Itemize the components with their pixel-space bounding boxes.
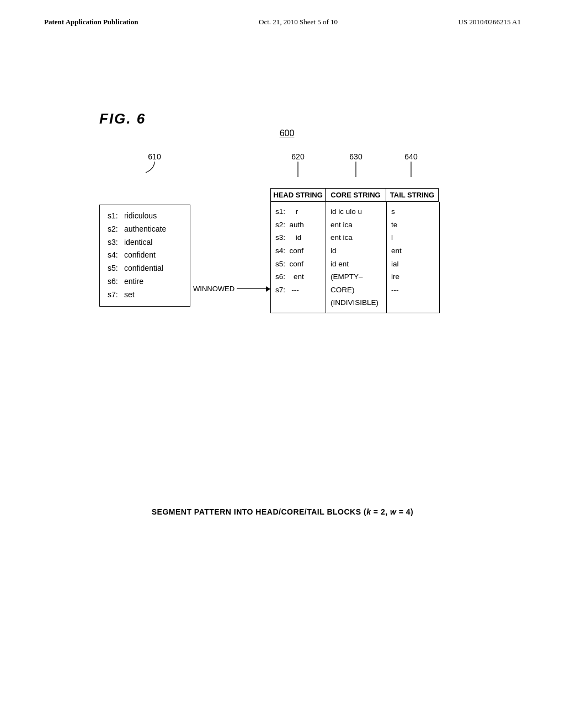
- arrow-horizontal: [237, 288, 270, 290]
- tail-row-2: te: [391, 218, 435, 232]
- fig-title: FIG. 6: [99, 110, 475, 127]
- head-row-2: s2: auth: [275, 218, 321, 232]
- winnowed-label: WINNOWED: [193, 285, 234, 293]
- data-col-tail: s te l ent ial ire ---: [387, 202, 439, 313]
- string-value: confidential: [124, 262, 163, 275]
- data-table: s1: r s2: auth s3: id s4: conf s5: conf …: [270, 202, 440, 313]
- string-row-s1: s1: ridiculous: [108, 210, 182, 223]
- caption-k: k: [366, 507, 371, 516]
- head-row-5: s5: conf: [275, 258, 321, 271]
- tail-row-7: ---: [391, 283, 435, 297]
- core-row-7: (INDIVISIBLE): [331, 296, 382, 309]
- winnowed-area: WINNOWED: [193, 285, 270, 293]
- core-row-1: id ic ulo u: [331, 205, 382, 218]
- tail-row-1: s: [391, 205, 435, 218]
- string-value: authenticate: [124, 223, 166, 236]
- string-value: ridiculous: [124, 210, 157, 223]
- data-col-core: id ic ulo u ent ica ent ica id id ent (E…: [326, 202, 387, 313]
- svg-text:630: 630: [349, 152, 363, 161]
- string-label: s3:: [108, 236, 124, 249]
- core-row-2: ent ica: [331, 218, 382, 232]
- head-row-7: s7: ---: [275, 283, 321, 297]
- string-label: s4:: [108, 249, 124, 262]
- tail-row-6: ire: [391, 270, 435, 283]
- tail-row-4: ent: [391, 244, 435, 258]
- fig-number: 600: [99, 129, 475, 138]
- tail-row-5: ial: [391, 258, 435, 271]
- string-label: s6:: [108, 275, 124, 288]
- table-headers-row: HEAD STRING CORE STRING TAIL STRING: [270, 188, 440, 202]
- core-row-4: id: [331, 244, 382, 258]
- string-value: entire: [124, 275, 143, 288]
- string-row-s4: s4: confident: [108, 249, 182, 262]
- string-label: s5:: [108, 262, 124, 275]
- core-row-5: id ent: [331, 258, 382, 271]
- col-header-core: CORE STRING: [326, 188, 386, 202]
- head-row-3: s3: id: [275, 231, 321, 244]
- string-label: s1:: [108, 210, 124, 223]
- string-box: s1: ridiculous s2: authenticate s3: iden…: [99, 205, 190, 307]
- diagram-container: 610 620 630 640 s1: ridiculous s2: authe…: [99, 149, 475, 387]
- header: Patent Application Publication Oct. 21, …: [0, 18, 565, 26]
- string-row-s2: s2: authenticate: [108, 223, 182, 236]
- head-row-1: s1: r: [275, 205, 321, 218]
- string-label: s7:: [108, 288, 124, 302]
- core-row-3: ent ica: [331, 231, 382, 244]
- string-value: identical: [124, 236, 152, 249]
- header-left: Patent Application Publication: [44, 18, 138, 26]
- string-row-s6: s6: entire: [108, 275, 182, 288]
- svg-text:640: 640: [404, 152, 418, 161]
- head-row-4: s4: conf: [275, 244, 321, 258]
- data-col-head: s1: r s2: auth s3: id s4: conf s5: conf …: [271, 202, 326, 313]
- svg-text:620: 620: [291, 152, 305, 161]
- arrow: [237, 288, 270, 290]
- fig-area: FIG. 6 600 610 620 630 640 s1: ridiculou…: [99, 110, 475, 387]
- svg-text:610: 610: [148, 152, 161, 161]
- string-value: confident: [124, 249, 156, 262]
- tail-row-3: l: [391, 231, 435, 244]
- string-row-s3: s3: identical: [108, 236, 182, 249]
- caption-w: w: [390, 507, 396, 516]
- header-center: Oct. 21, 2010 Sheet 5 of 10: [259, 18, 338, 26]
- core-row-6: (EMPTY–CORE): [331, 270, 382, 296]
- caption: SEGMENT PATTERN INTO HEAD/CORE/TAIL BLOC…: [0, 507, 565, 516]
- string-row-s7: s7: set: [108, 288, 182, 302]
- col-header-tail: TAIL STRING: [386, 188, 439, 202]
- header-right: US 2010/0266215 A1: [459, 18, 521, 26]
- string-label: s2:: [108, 223, 124, 236]
- tables-area: HEAD STRING CORE STRING TAIL STRING s1: …: [270, 188, 440, 313]
- col-header-head: HEAD STRING: [270, 188, 326, 202]
- string-row-s5: s5: confidential: [108, 262, 182, 275]
- string-value: set: [124, 288, 135, 302]
- head-row-6: s6: ent: [275, 270, 321, 283]
